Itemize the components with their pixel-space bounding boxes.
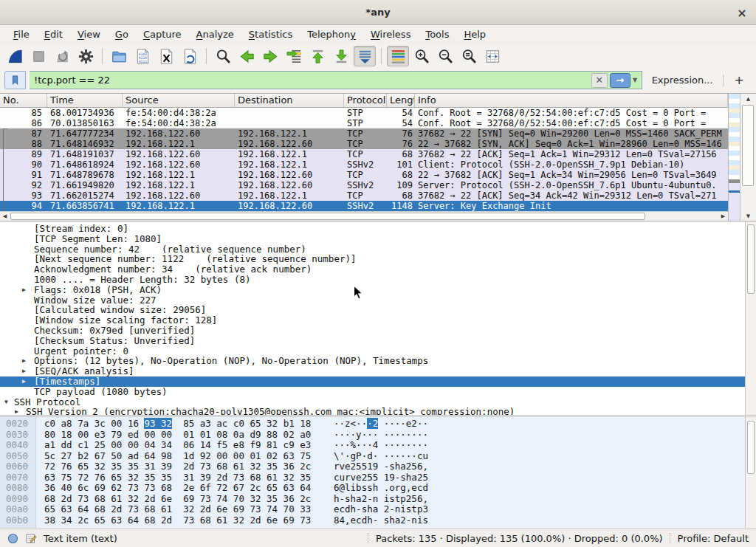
reload-file-button[interactable] bbox=[179, 46, 201, 66]
status-separator[interactable] bbox=[368, 533, 369, 543]
close-file-button[interactable] bbox=[155, 46, 177, 66]
scroll-down-icon[interactable]: ▼ bbox=[740, 211, 756, 221]
bytes-vertical-scrollbar[interactable] bbox=[745, 416, 756, 528]
detail-line[interactable]: [Window size scaling factor: 128] bbox=[0, 315, 756, 326]
scrollbar-thumb[interactable] bbox=[747, 421, 755, 474]
detail-line[interactable]: Checksum: 0x79ed [unverified] bbox=[0, 326, 756, 336]
capture-options-button[interactable] bbox=[75, 46, 97, 66]
packet-list-vertical-scrollbar[interactable]: ▲ ▼ bbox=[740, 94, 756, 221]
hex-row-0040[interactable]: 0040a1 dd c1 25 00 00 04 34 06 14 f5 e8 … bbox=[0, 440, 744, 451]
packet-row-94[interactable]: 9471.663856741192.168.122.1192.168.122.6… bbox=[0, 201, 728, 211]
menu-statistics[interactable]: Statistics bbox=[241, 27, 300, 42]
stop-capture-button[interactable] bbox=[27, 46, 49, 66]
zoom-out-button[interactable] bbox=[434, 46, 456, 66]
scroll-left-icon[interactable]: ◀ bbox=[0, 212, 10, 221]
hex-row-00a0[interactable]: 00a065 63 64 68 2d 73 68 61 32 2d 6e 69 … bbox=[0, 504, 744, 515]
expand-icon[interactable]: ▶ bbox=[22, 366, 26, 376]
profile-label[interactable]: Profile: Default bbox=[678, 533, 749, 544]
filter-history-caret[interactable]: ▼ bbox=[630, 74, 640, 87]
detail-line[interactable]: ▶[SEQ/ACK analysis] bbox=[0, 366, 756, 376]
expression-button[interactable]: Expression... bbox=[646, 75, 719, 86]
detail-line[interactable]: Sequence number: 42 (relative sequence n… bbox=[0, 244, 756, 255]
packet-row-92[interactable]: 9271.661949820192.168.122.1192.168.122.6… bbox=[0, 180, 728, 190]
colorize-packets-button[interactable] bbox=[387, 46, 409, 66]
hex-row-0020[interactable]: 0020c0 a8 7a 3c 00 16 93 32 85 a3 ac c0 … bbox=[0, 419, 744, 430]
detail-line[interactable]: [Checksum Status: Unverified] bbox=[0, 336, 756, 346]
packet-list-horizontal-scrollbar[interactable]: ◀ ▶ bbox=[0, 211, 728, 221]
column-header-protocol[interactable]: Protocol bbox=[344, 94, 387, 107]
expert-info-icon[interactable] bbox=[7, 533, 18, 544]
column-header-length[interactable]: Length bbox=[387, 94, 415, 107]
start-capture-button[interactable] bbox=[4, 46, 26, 66]
packet-row-85[interactable]: 8568.001734936fe:54:00:d4:38:2aSTP54Conf… bbox=[0, 108, 728, 118]
menu-help[interactable]: Help bbox=[456, 27, 493, 42]
detail-line[interactable]: ▶[Timestamps] bbox=[0, 376, 756, 387]
column-header-time[interactable]: Time bbox=[47, 94, 123, 107]
go-last-button[interactable] bbox=[330, 46, 352, 66]
menu-wireless[interactable]: Wireless bbox=[363, 27, 418, 42]
hex-row-00b0[interactable]: 00b038 34 2c 65 63 64 68 2d 73 68 61 32 … bbox=[0, 515, 744, 526]
scroll-up-icon[interactable]: ▲ bbox=[740, 94, 756, 103]
expand-icon[interactable]: ▶ bbox=[22, 285, 26, 295]
detail-line[interactable]: Acknowledgment number: 34 (relative ack … bbox=[0, 264, 756, 275]
detail-line[interactable]: 1000 .... = Header Length: 32 bytes (8) bbox=[0, 275, 756, 285]
expand-icon[interactable]: ▶ bbox=[15, 407, 18, 415]
display-filter-input[interactable] bbox=[30, 75, 591, 86]
packet-row-86[interactable]: 8670.013850163fe:54:00:d4:38:2aSTP54Conf… bbox=[0, 118, 728, 128]
scroll-right-icon[interactable]: ▶ bbox=[718, 212, 728, 221]
add-filter-button[interactable]: + bbox=[727, 73, 752, 87]
filter-clear-button[interactable]: ✕ bbox=[591, 73, 608, 88]
collapse-icon[interactable]: ▼ bbox=[4, 397, 8, 407]
detail-line[interactable]: [Next sequence number: 1122 (relative se… bbox=[0, 254, 756, 264]
auto-scroll-button[interactable] bbox=[354, 46, 376, 66]
packet-row-88[interactable]: 8871.648146932192.168.122.1192.168.122.6… bbox=[0, 139, 728, 149]
detail-line[interactable]: [Calculated window size: 29056] bbox=[0, 305, 756, 315]
scrollbar-thumb[interactable] bbox=[10, 213, 645, 220]
intelligent-scrollbar-minimap[interactable] bbox=[728, 94, 740, 221]
open-file-button[interactable] bbox=[108, 46, 130, 66]
packet-row-87[interactable]: 8771.647777234192.168.122.60192.168.122.… bbox=[0, 128, 728, 139]
expand-icon[interactable]: ▶ bbox=[22, 376, 26, 387]
zoom-in-button[interactable] bbox=[410, 46, 433, 66]
zoom-original-button[interactable] bbox=[458, 46, 480, 66]
detail-line[interactable]: Urgent pointer: 0 bbox=[0, 346, 756, 357]
hex-row-0080[interactable]: 008036 40 6c 69 62 73 73 68 2e 6f 72 67 … bbox=[0, 483, 744, 494]
menu-tools[interactable]: Tools bbox=[418, 27, 456, 42]
packet-row-90[interactable]: 9071.648618924192.168.122.60192.168.122.… bbox=[0, 159, 728, 170]
column-header-no[interactable]: No. bbox=[0, 94, 47, 107]
detail-line[interactable]: ▶Flags: 0x018 (PSH, ACK) bbox=[0, 285, 756, 295]
close-window-button[interactable]: × bbox=[735, 5, 749, 20]
scrollbar-thumb[interactable] bbox=[742, 105, 754, 186]
go-back-button[interactable] bbox=[236, 46, 258, 66]
hex-row-0050[interactable]: 00505c 27 b2 67 50 ad 64 98 1d 92 00 00 … bbox=[0, 451, 744, 462]
detail-line[interactable]: ▶SSH Version 2 (encryption:chacha20-poly… bbox=[0, 407, 756, 415]
menu-file[interactable]: File bbox=[6, 27, 37, 42]
save-file-button[interactable]: 010101100111 bbox=[131, 46, 154, 66]
menu-telephony[interactable]: Telephony bbox=[300, 27, 363, 42]
packet-row-91[interactable]: 9171.648789678192.168.122.1192.168.122.6… bbox=[0, 170, 728, 180]
column-header-destination[interactable]: Destination bbox=[235, 94, 344, 107]
detail-line[interactable]: [Stream index: 0] bbox=[0, 224, 756, 234]
hex-row-0030[interactable]: 003080 18 00 e3 79 ed 00 00 01 01 08 0a … bbox=[0, 430, 744, 441]
menu-go[interactable]: Go bbox=[108, 27, 136, 42]
status-separator[interactable] bbox=[670, 533, 671, 543]
go-to-packet-button[interactable] bbox=[283, 46, 305, 66]
filter-bookmark-button[interactable] bbox=[4, 71, 26, 89]
detail-line[interactable]: ▶Options: (12 bytes), No-Operation (NOP)… bbox=[0, 356, 756, 366]
capture-comment-icon[interactable] bbox=[25, 532, 37, 544]
hex-row-0090[interactable]: 009068 2d 73 68 61 32 2d 6e 69 73 74 70 … bbox=[0, 494, 744, 505]
detail-line[interactable]: Window size value: 227 bbox=[0, 295, 756, 306]
hex-row-0060[interactable]: 006072 76 65 32 35 35 31 39 2d 73 68 61 … bbox=[0, 461, 744, 472]
menu-edit[interactable]: Edit bbox=[37, 27, 70, 42]
column-header-source[interactable]: Source bbox=[123, 94, 235, 107]
menu-analyze[interactable]: Analyze bbox=[189, 27, 241, 42]
packet-row-89[interactable]: 8971.648191037192.168.122.60192.168.122.… bbox=[0, 149, 728, 159]
menu-capture[interactable]: Capture bbox=[136, 27, 189, 42]
filter-apply-button[interactable]: → bbox=[610, 73, 630, 88]
go-forward-button[interactable] bbox=[259, 46, 281, 66]
hex-row-0070[interactable]: 007063 75 72 76 65 32 35 35 31 39 2d 73 … bbox=[0, 472, 744, 484]
detail-line[interactable]: TCP payload (1080 bytes) bbox=[0, 387, 756, 397]
detail-line[interactable]: [TCP Segment Len: 1080] bbox=[0, 234, 756, 244]
details-vertical-scrollbar[interactable] bbox=[745, 221, 756, 415]
restart-capture-button[interactable] bbox=[51, 46, 73, 66]
